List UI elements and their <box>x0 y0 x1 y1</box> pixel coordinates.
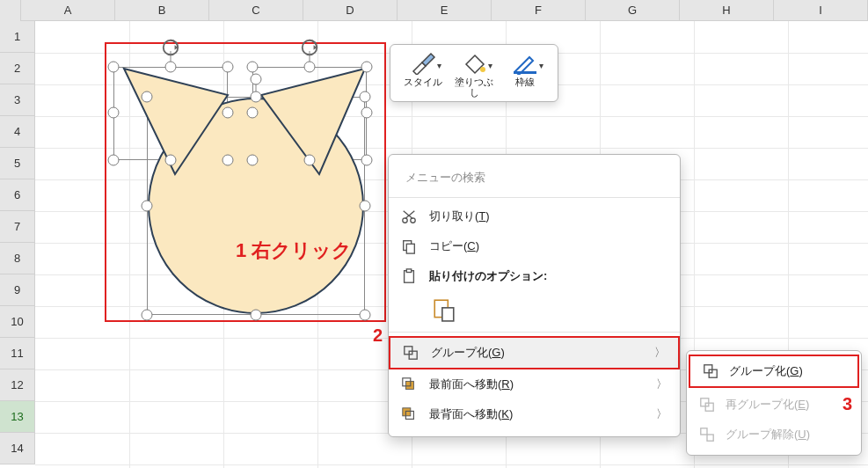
row-header-14[interactable]: 14 <box>0 433 35 464</box>
svg-rect-24 <box>405 381 413 389</box>
row-header-12[interactable]: 12 <box>0 369 35 401</box>
menu-cut[interactable]: 切り取り(T) <box>389 201 680 231</box>
menu-group[interactable]: グループ化(G) 〉 <box>390 338 678 368</box>
menu-send-back[interactable]: 最背面へ移動(K) 〉 <box>389 399 680 429</box>
regroup-icon <box>697 396 717 413</box>
annotation-step1: 1 右クリック <box>236 238 352 264</box>
menu-paste-options-header: 貼り付けのオプション: <box>389 261 680 291</box>
resize-handle[interactable] <box>222 107 234 119</box>
resize-handle[interactable] <box>247 62 259 73</box>
resize-handle[interactable] <box>108 155 120 166</box>
resize-handle[interactable] <box>222 155 234 166</box>
send-back-icon <box>399 406 419 423</box>
resize-handle[interactable] <box>304 155 316 166</box>
menu-paste-options-label: 貼り付けのオプション: <box>429 268 667 284</box>
shape-group[interactable] <box>105 42 386 322</box>
resize-handle[interactable] <box>165 62 177 73</box>
excel-canvas: A B C D E F G H I 1 2 3 4 5 6 7 8 9 10 1… <box>0 0 868 468</box>
col-header-F[interactable]: F <box>492 0 586 20</box>
col-header-G[interactable]: G <box>586 0 680 20</box>
row-header-5[interactable]: 5 <box>0 148 35 179</box>
shape-fill-label: 塗りつぶし <box>450 77 498 98</box>
resize-handle[interactable] <box>361 155 373 166</box>
scissors-icon <box>399 208 419 225</box>
resize-handle[interactable] <box>108 62 120 73</box>
resize-handle[interactable] <box>222 62 234 73</box>
ungroup-icon <box>697 426 717 443</box>
shape-style-label: スタイル <box>404 77 442 87</box>
svg-rect-33 <box>707 435 713 441</box>
row-header-3[interactable]: 3 <box>0 84 35 116</box>
row-header-4[interactable]: 4 <box>0 116 35 148</box>
resize-handle[interactable] <box>361 62 373 73</box>
menu-copy-label: コピー(C) <box>429 238 667 254</box>
resize-handle[interactable] <box>251 91 262 103</box>
annotation-step3: 3 <box>842 394 852 414</box>
resize-handle[interactable] <box>361 107 373 119</box>
resize-handle[interactable] <box>142 91 153 103</box>
row-header-1[interactable]: 1 <box>0 21 35 53</box>
col-header-C[interactable]: C <box>209 0 303 20</box>
resize-handle[interactable] <box>108 107 120 119</box>
submenu-ungroup-label: グループ解除(U) <box>726 427 810 442</box>
row-header-10[interactable]: 10 <box>0 306 35 338</box>
rotate-handle-icon[interactable] <box>300 38 319 57</box>
col-header-B[interactable]: B <box>115 0 209 20</box>
shape-outline-button[interactable]: ▾ 枠線 <box>501 52 549 98</box>
submenu-group-label: グループ化(G) <box>729 363 803 379</box>
cat-svg <box>105 42 386 322</box>
resize-handle[interactable] <box>247 155 259 166</box>
resize-handle[interactable] <box>142 201 153 212</box>
resize-handle[interactable] <box>165 155 177 166</box>
svg-rect-29 <box>709 369 717 377</box>
svg-rect-31 <box>705 403 713 411</box>
col-header-H[interactable]: H <box>680 0 774 20</box>
svg-rect-28 <box>704 365 712 373</box>
row-header-2[interactable]: 2 <box>0 53 35 84</box>
resize-handle[interactable] <box>142 310 153 321</box>
col-header-A[interactable]: A <box>21 0 115 20</box>
menu-copy[interactable]: コピー(C) <box>389 231 680 261</box>
pen-icon: ▾ <box>512 52 538 75</box>
svg-rect-19 <box>406 269 411 273</box>
resize-handle[interactable] <box>360 91 371 103</box>
row-header-8[interactable]: 8 <box>0 243 35 274</box>
row-header-13[interactable]: 13 <box>0 401 35 433</box>
chevron-down-icon: ▾ <box>488 61 492 70</box>
submenu-arrow-icon: 〉 <box>656 406 667 422</box>
submenu-ungroup: グループ解除(U) <box>687 420 861 450</box>
select-all-corner[interactable] <box>0 0 21 21</box>
svg-rect-30 <box>701 399 709 406</box>
row-header-6[interactable]: 6 <box>0 179 35 211</box>
shape-outline-label: 枠線 <box>515 77 535 87</box>
resize-handle[interactable] <box>360 310 371 321</box>
shape-style-button[interactable]: ▾ スタイル <box>399 52 447 98</box>
clipboard-icon <box>399 267 419 285</box>
col-header-D[interactable]: D <box>303 0 398 20</box>
menu-bring-front[interactable]: 最前面へ移動(R) 〉 <box>389 369 680 399</box>
col-header-E[interactable]: E <box>398 0 492 20</box>
col-header-I[interactable]: I <box>774 0 868 20</box>
bring-front-icon <box>399 376 419 393</box>
group-submenu: グループ化(G) 再グループ化(E) グループ解除(U) <box>686 350 862 456</box>
paste-option-default[interactable] <box>429 295 459 325</box>
shape-fill-button[interactable]: ▾ 塗りつぶし <box>450 52 498 98</box>
row-header-9[interactable]: 9 <box>0 274 35 306</box>
resize-handle[interactable] <box>304 62 316 73</box>
shape-mini-toolbar: ▾ スタイル ▾ 塗りつぶし ▾ 枠線 <box>390 44 558 102</box>
resize-handle[interactable] <box>247 107 259 119</box>
row-header-11[interactable]: 11 <box>0 338 35 369</box>
group-icon <box>701 362 720 380</box>
submenu-group[interactable]: グループ化(G) <box>690 356 857 386</box>
menu-search-input[interactable]: メニューの検索 <box>398 164 671 192</box>
row-header-7[interactable]: 7 <box>0 211 35 243</box>
svg-rect-22 <box>405 347 412 355</box>
rotate-handle-ellipse[interactable] <box>251 74 262 85</box>
brush-icon: ▾ <box>410 52 436 75</box>
resize-handle[interactable] <box>360 201 371 212</box>
resize-handle[interactable] <box>251 310 262 321</box>
rotate-handle-icon[interactable] <box>161 38 180 57</box>
menu-group-label: グループ化(G) <box>431 345 644 361</box>
svg-rect-32 <box>701 428 707 435</box>
svg-rect-21 <box>442 308 454 321</box>
